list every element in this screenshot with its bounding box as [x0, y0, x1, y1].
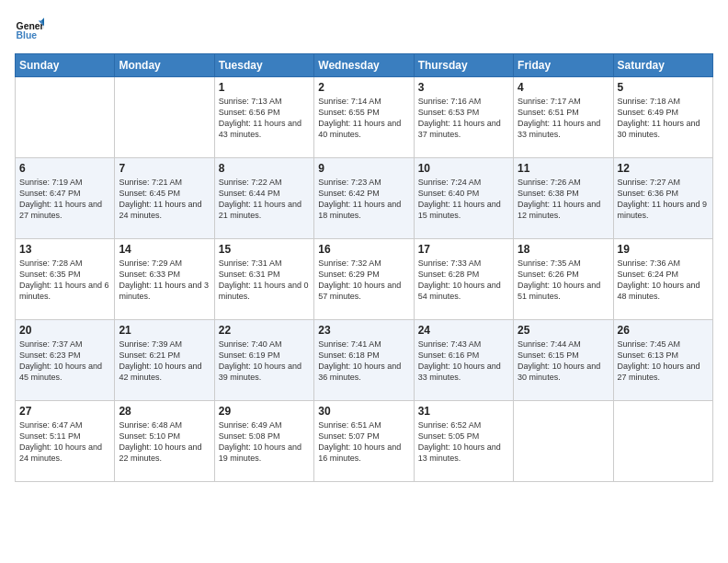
day-info: Sunrise: 7:41 AM Sunset: 6:18 PM Dayligh…	[318, 339, 409, 384]
calendar-cell: 17Sunrise: 7:33 AM Sunset: 6:28 PM Dayli…	[414, 239, 513, 320]
day-info: Sunrise: 6:49 AM Sunset: 5:08 PM Dayligh…	[219, 419, 310, 465]
calendar-cell: 9Sunrise: 7:23 AM Sunset: 6:42 PM Daylig…	[314, 158, 414, 239]
day-number: 21	[119, 324, 210, 337]
calendar-week-row: 13Sunrise: 7:28 AM Sunset: 6:35 PM Dayli…	[16, 239, 713, 320]
day-number: 29	[219, 405, 310, 418]
calendar-cell: 22Sunrise: 7:40 AM Sunset: 6:19 PM Dayli…	[214, 320, 313, 401]
day-number: 10	[418, 162, 509, 175]
calendar-cell: 6Sunrise: 7:19 AM Sunset: 6:47 PM Daylig…	[16, 158, 115, 239]
weekday-header: Wednesday	[314, 54, 414, 77]
day-number: 7	[119, 162, 210, 175]
calendar-week-row: 1Sunrise: 7:13 AM Sunset: 6:56 PM Daylig…	[16, 77, 713, 158]
calendar-cell: 13Sunrise: 7:28 AM Sunset: 6:35 PM Dayli…	[16, 239, 115, 320]
weekday-header: Thursday	[414, 54, 513, 77]
weekday-header: Saturday	[613, 54, 712, 77]
day-number: 16	[318, 243, 409, 256]
day-number: 18	[518, 243, 609, 256]
calendar-cell: 26Sunrise: 7:45 AM Sunset: 6:13 PM Dayli…	[613, 320, 712, 401]
calendar-week-row: 6Sunrise: 7:19 AM Sunset: 6:47 PM Daylig…	[16, 158, 713, 239]
day-number: 2	[318, 81, 409, 94]
calendar-cell: 14Sunrise: 7:29 AM Sunset: 6:33 PM Dayli…	[115, 239, 214, 320]
day-info: Sunrise: 7:23 AM Sunset: 6:42 PM Dayligh…	[318, 177, 409, 222]
calendar-cell: 2Sunrise: 7:14 AM Sunset: 6:55 PM Daylig…	[314, 77, 414, 158]
day-info: Sunrise: 7:16 AM Sunset: 6:53 PM Dayligh…	[418, 96, 509, 141]
day-number: 15	[219, 243, 310, 256]
weekday-header: Sunday	[16, 54, 115, 77]
calendar-cell: 12Sunrise: 7:27 AM Sunset: 6:36 PM Dayli…	[613, 158, 712, 239]
weekday-header: Friday	[514, 54, 613, 77]
day-number: 1	[219, 81, 310, 94]
calendar-week-row: 20Sunrise: 7:37 AM Sunset: 6:23 PM Dayli…	[16, 320, 713, 401]
calendar-cell	[115, 77, 214, 158]
day-info: Sunrise: 7:43 AM Sunset: 6:16 PM Dayligh…	[418, 339, 509, 384]
day-number: 3	[418, 81, 509, 94]
day-info: Sunrise: 7:13 AM Sunset: 6:56 PM Dayligh…	[219, 96, 310, 141]
header-row: SundayMondayTuesdayWednesdayThursdayFrid…	[16, 54, 713, 77]
calendar-cell: 15Sunrise: 7:31 AM Sunset: 6:31 PM Dayli…	[214, 239, 313, 320]
day-info: Sunrise: 7:22 AM Sunset: 6:44 PM Dayligh…	[219, 177, 310, 222]
calendar-cell: 5Sunrise: 7:18 AM Sunset: 6:49 PM Daylig…	[613, 77, 712, 158]
calendar-cell: 18Sunrise: 7:35 AM Sunset: 6:26 PM Dayli…	[514, 239, 613, 320]
day-info: Sunrise: 6:48 AM Sunset: 5:10 PM Dayligh…	[119, 419, 210, 465]
day-number: 25	[518, 324, 609, 337]
calendar-cell: 19Sunrise: 7:36 AM Sunset: 6:24 PM Dayli…	[613, 239, 712, 320]
day-info: Sunrise: 7:24 AM Sunset: 6:40 PM Dayligh…	[418, 177, 509, 222]
day-number: 26	[618, 324, 709, 337]
day-number: 23	[318, 324, 409, 337]
day-info: Sunrise: 6:51 AM Sunset: 5:07 PM Dayligh…	[318, 419, 409, 465]
calendar-cell: 4Sunrise: 7:17 AM Sunset: 6:51 PM Daylig…	[514, 77, 613, 158]
day-number: 11	[518, 162, 609, 175]
day-info: Sunrise: 7:35 AM Sunset: 6:26 PM Dayligh…	[518, 258, 609, 303]
day-info: Sunrise: 7:19 AM Sunset: 6:47 PM Dayligh…	[19, 177, 110, 222]
day-number: 12	[618, 162, 709, 175]
calendar-cell: 29Sunrise: 6:49 AM Sunset: 5:08 PM Dayli…	[214, 401, 313, 482]
calendar-cell: 25Sunrise: 7:44 AM Sunset: 6:15 PM Dayli…	[514, 320, 613, 401]
calendar-cell: 7Sunrise: 7:21 AM Sunset: 6:45 PM Daylig…	[115, 158, 214, 239]
calendar-cell: 8Sunrise: 7:22 AM Sunset: 6:44 PM Daylig…	[214, 158, 313, 239]
svg-text:Blue: Blue	[17, 30, 38, 40]
day-number: 17	[418, 243, 509, 256]
calendar-cell	[16, 77, 115, 158]
day-number: 6	[19, 162, 110, 175]
calendar-week-row: 27Sunrise: 6:47 AM Sunset: 5:11 PM Dayli…	[16, 401, 713, 482]
day-info: Sunrise: 7:29 AM Sunset: 6:33 PM Dayligh…	[119, 258, 210, 303]
day-number: 20	[19, 324, 110, 337]
calendar-cell: 27Sunrise: 6:47 AM Sunset: 5:11 PM Dayli…	[16, 401, 115, 482]
day-info: Sunrise: 7:33 AM Sunset: 6:28 PM Dayligh…	[418, 258, 509, 303]
day-info: Sunrise: 7:40 AM Sunset: 6:19 PM Dayligh…	[219, 339, 310, 384]
calendar-cell	[514, 401, 613, 482]
weekday-header: Tuesday	[214, 54, 313, 77]
day-info: Sunrise: 7:21 AM Sunset: 6:45 PM Dayligh…	[119, 177, 210, 222]
day-number: 13	[19, 243, 110, 256]
day-number: 9	[318, 162, 409, 175]
page-header: General Blue	[15, 15, 713, 44]
calendar-cell: 20Sunrise: 7:37 AM Sunset: 6:23 PM Dayli…	[16, 320, 115, 401]
day-info: Sunrise: 7:14 AM Sunset: 6:55 PM Dayligh…	[318, 96, 409, 141]
calendar-cell: 30Sunrise: 6:51 AM Sunset: 5:07 PM Dayli…	[314, 401, 414, 482]
day-info: Sunrise: 7:28 AM Sunset: 6:35 PM Dayligh…	[19, 258, 110, 303]
calendar-cell	[613, 401, 712, 482]
svg-text:General: General	[17, 21, 44, 31]
calendar-cell: 28Sunrise: 6:48 AM Sunset: 5:10 PM Dayli…	[115, 401, 214, 482]
day-number: 22	[219, 324, 310, 337]
day-info: Sunrise: 7:37 AM Sunset: 6:23 PM Dayligh…	[19, 339, 110, 384]
calendar-cell: 11Sunrise: 7:26 AM Sunset: 6:38 PM Dayli…	[514, 158, 613, 239]
day-number: 4	[518, 81, 609, 94]
day-number: 31	[418, 405, 509, 418]
calendar-cell: 16Sunrise: 7:32 AM Sunset: 6:29 PM Dayli…	[314, 239, 414, 320]
calendar-cell: 24Sunrise: 7:43 AM Sunset: 6:16 PM Dayli…	[414, 320, 513, 401]
day-number: 5	[618, 81, 709, 94]
day-number: 30	[318, 405, 409, 418]
calendar-table: SundayMondayTuesdayWednesdayThursdayFrid…	[15, 53, 713, 482]
day-number: 14	[119, 243, 210, 256]
day-number: 19	[618, 243, 709, 256]
day-info: Sunrise: 7:44 AM Sunset: 6:15 PM Dayligh…	[518, 339, 609, 384]
day-info: Sunrise: 6:47 AM Sunset: 5:11 PM Dayligh…	[19, 419, 110, 465]
day-info: Sunrise: 7:31 AM Sunset: 6:31 PM Dayligh…	[219, 258, 310, 303]
calendar-cell: 10Sunrise: 7:24 AM Sunset: 6:40 PM Dayli…	[414, 158, 513, 239]
calendar-cell: 1Sunrise: 7:13 AM Sunset: 6:56 PM Daylig…	[214, 77, 313, 158]
logo: General Blue	[15, 15, 48, 44]
day-info: Sunrise: 7:26 AM Sunset: 6:38 PM Dayligh…	[518, 177, 609, 222]
day-info: Sunrise: 6:52 AM Sunset: 5:05 PM Dayligh…	[418, 419, 509, 465]
calendar-cell: 31Sunrise: 6:52 AM Sunset: 5:05 PM Dayli…	[414, 401, 513, 482]
